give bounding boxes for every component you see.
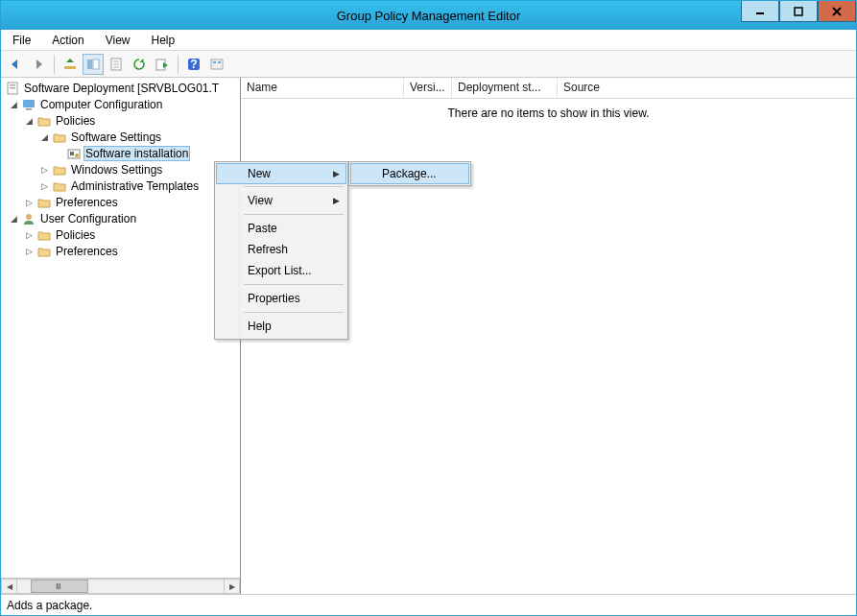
folder-icon	[36, 244, 52, 259]
svg-text:?: ?	[190, 58, 197, 71]
collapse-icon[interactable]: ◢	[9, 213, 19, 224]
export-list-button[interactable]	[152, 54, 173, 75]
svg-rect-14	[213, 61, 216, 63]
col-source[interactable]: Source	[558, 78, 856, 98]
menu-view[interactable]: View	[98, 32, 140, 49]
ctx-refresh[interactable]: Refresh	[217, 239, 345, 260]
help-button[interactable]: ?	[183, 54, 204, 75]
menu-action[interactable]: Action	[44, 32, 93, 49]
svg-rect-5	[93, 59, 99, 69]
folder-icon	[36, 195, 52, 210]
tree-user-preferences[interactable]: ▷ Preferences	[3, 243, 240, 259]
context-submenu-new: Package...	[348, 161, 471, 186]
svg-rect-13	[211, 59, 223, 69]
maximize-button[interactable]	[779, 1, 818, 22]
titlebar: Group Policy Management Editor	[1, 1, 856, 30]
ctx-new[interactable]: New ▶	[216, 163, 346, 184]
refresh-button[interactable]	[129, 54, 150, 75]
svg-rect-20	[26, 108, 32, 110]
col-deployment[interactable]: Deployment st...	[452, 78, 558, 98]
computer-icon	[21, 97, 36, 112]
folder-icon	[52, 162, 67, 178]
tree-horizontal-scrollbar[interactable]: ◀ Ⅲ ▶	[1, 578, 240, 594]
user-icon	[21, 211, 36, 226]
ctx-new-package[interactable]: Package...	[350, 163, 469, 184]
context-menu: New ▶ View ▶ Paste Refresh Export List..…	[214, 161, 348, 340]
collapse-icon[interactable]: ◢	[39, 131, 50, 142]
scroll-track[interactable]: Ⅲ	[17, 579, 224, 594]
title-controls	[741, 1, 856, 22]
delete-button[interactable]	[106, 54, 127, 75]
tree-pane: Software Deployment [SRVBLOG01.T ◢ Compu…	[1, 78, 241, 594]
collapse-icon[interactable]: ◢	[24, 115, 35, 126]
tree-root[interactable]: Software Deployment [SRVBLOG01.T	[3, 80, 240, 96]
tree-windows-settings[interactable]: ▷ Windows Settings	[3, 161, 240, 178]
scroll-right-button[interactable]: ▶	[224, 579, 240, 594]
svg-point-24	[26, 214, 32, 220]
svg-rect-17	[10, 84, 15, 86]
submenu-arrow-icon: ▶	[333, 169, 340, 178]
ctx-paste[interactable]: Paste	[217, 218, 345, 239]
svg-rect-19	[23, 100, 35, 107]
statusbar: Adds a package.	[1, 594, 856, 615]
list-header: Name Versi... Deployment st... Source	[241, 78, 856, 99]
close-button[interactable]	[818, 1, 856, 22]
scroll-left-button[interactable]: ◀	[1, 579, 17, 594]
ctx-help[interactable]: Help	[217, 316, 345, 337]
policy-icon	[5, 81, 20, 96]
folder-icon	[52, 178, 67, 194]
forward-button[interactable]	[28, 54, 49, 75]
tree-user-policies[interactable]: ▷ Policies	[3, 226, 240, 243]
status-text: Adds a package.	[7, 599, 92, 612]
tree-computer-configuration[interactable]: ◢ Computer Configuration	[3, 96, 240, 112]
options-button[interactable]	[206, 54, 227, 75]
tree-software-settings[interactable]: ◢ Software Settings	[3, 129, 240, 145]
tree-software-installation[interactable]: Software installation	[3, 145, 240, 161]
menu-help[interactable]: Help	[144, 32, 185, 49]
expand-icon[interactable]: ▷	[39, 180, 50, 191]
svg-rect-4	[87, 59, 92, 69]
expand-icon[interactable]: ▷	[24, 246, 35, 256]
tree-administrative-templates[interactable]: ▷ Administrative Templates	[3, 178, 240, 194]
tree-policies[interactable]: ◢ Policies	[3, 112, 240, 129]
svg-rect-22	[70, 152, 74, 155]
menu-file[interactable]: File	[5, 32, 40, 49]
folder-icon	[36, 113, 52, 129]
folder-icon	[36, 227, 52, 243]
toolbar: ?	[1, 51, 856, 78]
tree[interactable]: Software Deployment [SRVBLOG01.T ◢ Compu…	[1, 78, 240, 578]
submenu-arrow-icon: ▶	[333, 196, 340, 205]
empty-message: There are no items to show in this view.	[241, 107, 856, 120]
svg-point-23	[75, 154, 79, 157]
ctx-properties[interactable]: Properties	[217, 288, 345, 309]
scroll-thumb[interactable]: Ⅲ	[31, 580, 88, 593]
gpme-window: Group Policy Management Editor File Acti…	[0, 0, 857, 616]
tree-user-configuration[interactable]: ◢ User Configuration	[3, 210, 240, 226]
installer-icon	[66, 146, 82, 161]
svg-rect-18	[10, 87, 15, 89]
show-hide-tree-button[interactable]	[83, 54, 104, 75]
expand-icon[interactable]: ▷	[24, 229, 35, 240]
svg-rect-15	[218, 61, 221, 63]
folder-icon	[52, 130, 67, 145]
menubar: File Action View Help	[1, 30, 856, 51]
up-button[interactable]	[60, 54, 81, 75]
tree-preferences[interactable]: ▷ Preferences	[3, 194, 240, 210]
tree-selected-label: Software installation	[83, 146, 190, 161]
minimize-button[interactable]	[741, 1, 779, 22]
ctx-view[interactable]: View ▶	[217, 190, 345, 211]
svg-rect-1	[795, 8, 802, 15]
window-title: Group Policy Management Editor	[1, 9, 856, 23]
col-name[interactable]: Name	[241, 78, 404, 98]
back-button[interactable]	[5, 54, 26, 75]
expand-icon[interactable]: ▷	[39, 164, 50, 175]
ctx-export-list[interactable]: Export List...	[217, 260, 345, 281]
collapse-icon[interactable]: ◢	[9, 99, 19, 109]
expand-icon[interactable]: ▷	[24, 197, 35, 207]
col-version[interactable]: Versi...	[404, 78, 452, 98]
